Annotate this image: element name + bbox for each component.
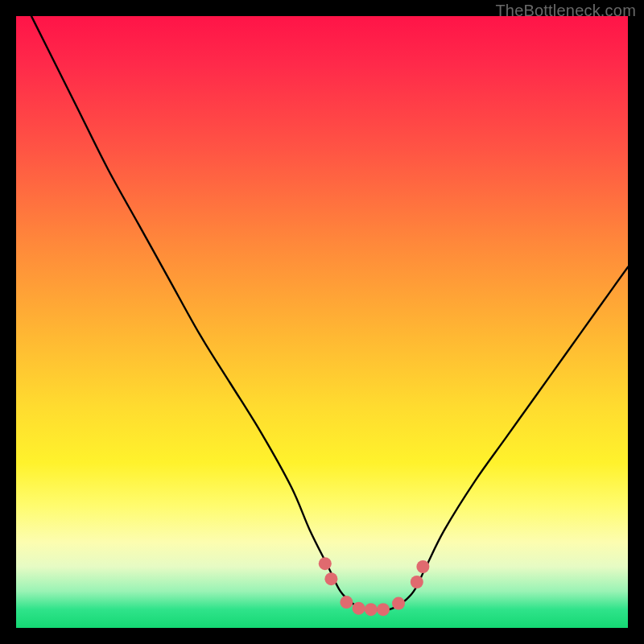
curve-layer [16,16,628,610]
chart-plot-area [16,16,628,628]
marker-trough-mid3 [377,603,390,616]
bottleneck-curve-svg [16,16,628,628]
marker-trough-mid1 [353,602,365,615]
marker-right-cluster-lower [411,576,423,588]
attribution-label: TheBottleneck.com [495,2,636,20]
marker-trough-left [340,596,353,609]
marker-left-cluster-lower [324,572,337,585]
marker-right-cluster-upper [416,560,429,573]
bottleneck-curve-path [16,16,628,610]
marker-trough-right [392,597,405,610]
chart-frame: TheBottleneck.com [0,0,644,644]
marker-trough-mid2 [365,603,378,616]
marker-layer [319,557,430,616]
marker-left-cluster-upper [319,557,332,570]
